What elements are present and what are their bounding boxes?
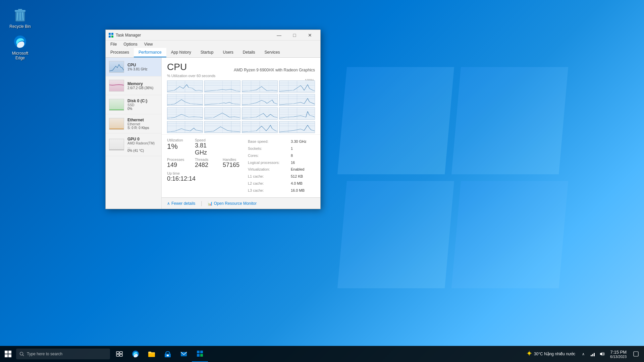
sockets-value: 1 — [291, 145, 293, 152]
tab-startup[interactable]: Startup — [196, 48, 218, 57]
utilization-value: 1% — [167, 142, 192, 151]
close-button[interactable]: ✕ — [302, 30, 318, 41]
svg-rect-29 — [200, 354, 203, 357]
cpu-mini-graph — [109, 61, 124, 73]
tab-performance[interactable]: Performance — [134, 48, 166, 57]
performance-sidebar: CPU 1% 3.81 GHz Memory 2.6/7.2 GB (36%) — [106, 58, 162, 209]
svg-rect-28 — [197, 354, 200, 357]
svg-rect-20 — [120, 354, 122, 356]
svg-rect-14 — [8, 354, 11, 357]
clock-date: 6/13/2023 — [610, 355, 627, 359]
speed-value: 3.81 GHz — [195, 142, 220, 156]
sidebar-item-memory[interactable]: Memory 2.6/7.2 GB (36%) — [106, 76, 161, 95]
ethernet-sidebar-value: S: 0 R: 0 Kbps — [127, 126, 158, 130]
cpu-core-graph-6 — [204, 94, 240, 106]
tab-bar: Processes Performance App history Startu… — [106, 48, 320, 58]
open-resource-monitor-label: Open Resource Monitor — [214, 201, 257, 206]
logical-row: Logical processors: 16 — [248, 159, 315, 166]
cpu-core-graph-1 — [167, 80, 203, 93]
chevron-up-tray-icon[interactable]: ∧ — [579, 346, 587, 362]
speed-stat: Speed 3.81 GHz — [195, 138, 220, 156]
ethernet-sidebar-name: Ethernet — [127, 118, 158, 122]
volume-icon[interactable] — [598, 346, 606, 362]
l2-label: L2 cache: — [248, 180, 288, 187]
svg-rect-2 — [18, 9, 22, 10]
microsoft-edge-icon[interactable]: Microsoft Edge — [7, 34, 34, 60]
titlebar: Task Manager — □ ✕ — [106, 30, 320, 41]
empty-stat — [223, 138, 248, 156]
taskbar-edge[interactable] — [127, 346, 144, 362]
system-tray: 30°C Nặng nhiều nước ∧ — [521, 346, 644, 362]
svg-rect-26 — [197, 351, 200, 353]
tab-services[interactable]: Services — [260, 48, 285, 57]
gpu-sidebar-info: GPU 0 AMD Radeon(TM) ... 0% (41 °C) — [127, 137, 158, 153]
l1-label: L1 cache: — [248, 173, 288, 180]
recycle-bin-icon[interactable]: Recycle Bin — [7, 7, 34, 29]
clock-time: 7:15 PM — [610, 350, 627, 355]
notification-button[interactable] — [631, 346, 641, 362]
cpu-core-graph-8 — [279, 94, 315, 106]
taskbar-search[interactable]: Type here to search — [16, 349, 110, 359]
svg-rect-11 — [5, 351, 8, 354]
processes-stat: Processes 149 — [167, 158, 192, 169]
svg-rect-37 — [594, 353, 595, 356]
svg-rect-39 — [634, 352, 638, 356]
cpu-core-graph-14 — [204, 121, 240, 133]
menu-view[interactable]: View — [142, 41, 155, 47]
memory-sidebar-name: Memory — [127, 81, 158, 86]
processes-label: Processes — [167, 158, 192, 162]
taskbar-task-manager[interactable] — [192, 346, 208, 362]
disk-mini-graph — [109, 99, 124, 111]
chevron-up-icon: ∧ — [167, 201, 170, 206]
cpu-core-graph-15 — [242, 121, 278, 133]
network-icon[interactable] — [589, 346, 597, 362]
sidebar-item-cpu[interactable]: CPU 1% 3.81 GHz — [106, 58, 161, 76]
weather-widget[interactable]: 30°C Nặng nhiều nước — [523, 351, 578, 357]
handles-value: 57165 — [223, 162, 248, 169]
start-button[interactable] — [0, 346, 16, 362]
svg-rect-19 — [116, 354, 119, 356]
sidebar-item-gpu[interactable]: GPU 0 AMD Radeon(TM) ... 0% (41 °C) — [106, 133, 161, 156]
edge-taskbar-icon — [132, 350, 139, 358]
menu-file[interactable]: File — [108, 41, 119, 47]
taskbar-file-explorer[interactable] — [144, 346, 160, 362]
fewer-details-label: Fewer details — [171, 201, 195, 206]
task-manager-footer: ∧ Fewer details | 📊 Open Resource Monito… — [162, 197, 320, 209]
menu-options[interactable]: Options — [121, 41, 139, 47]
sidebar-item-ethernet[interactable]: Ethernet Ethernet S: 0 R: 0 Kbps — [106, 114, 161, 133]
cpu-sidebar-value: 1% 3.81 GHz — [127, 67, 158, 71]
task-manager-title-icon — [108, 33, 114, 38]
svg-rect-35 — [591, 355, 592, 356]
fewer-details-link[interactable]: ∧ Fewer details — [167, 201, 195, 206]
system-clock[interactable]: 7:15 PM 6/13/2023 — [607, 350, 629, 359]
disk-sidebar-info: Disk 0 (C:) SSD 0% — [127, 99, 158, 111]
virtualization-label: Virtualization: — [248, 166, 288, 173]
window-controls: — □ ✕ — [271, 30, 318, 41]
cpu-graphs-grid — [162, 79, 320, 134]
content-area: CPU 1% 3.81 GHz Memory 2.6/7.2 GB (36%) — [106, 58, 320, 209]
svg-rect-18 — [120, 352, 122, 354]
notification-icon — [633, 351, 639, 357]
weather-icon — [526, 351, 533, 357]
svg-line-16 — [23, 355, 24, 356]
tab-processes[interactable]: Processes — [106, 48, 134, 57]
minimize-button[interactable]: — — [271, 30, 287, 41]
tab-users[interactable]: Users — [218, 48, 238, 57]
taskbar-apps — [111, 346, 208, 362]
tab-app-history[interactable]: App history — [166, 48, 196, 57]
recycle-bin-label: Recycle Bin — [9, 24, 31, 29]
svg-rect-12 — [8, 351, 11, 354]
sockets-row: Sockets: 1 — [248, 145, 315, 152]
handles-stat: Handles 57165 — [223, 158, 248, 169]
svg-marker-38 — [600, 352, 602, 356]
open-resource-monitor-link[interactable]: 📊 Open Resource Monitor — [208, 201, 257, 206]
maximize-button[interactable]: □ — [287, 30, 302, 41]
tab-details[interactable]: Details — [238, 48, 260, 57]
taskbar-store[interactable] — [160, 346, 176, 362]
task-view-button[interactable] — [111, 346, 127, 362]
taskbar-mail[interactable] — [176, 346, 192, 362]
cpu-header: CPU AMD Ryzen 9 6900HX with Radeon Graph… — [162, 58, 320, 74]
sidebar-item-disk[interactable]: Disk 0 (C:) SSD 0% — [106, 95, 161, 114]
uptime-label: Up time — [167, 171, 248, 175]
disk-sidebar-sub: SSD — [127, 103, 158, 107]
